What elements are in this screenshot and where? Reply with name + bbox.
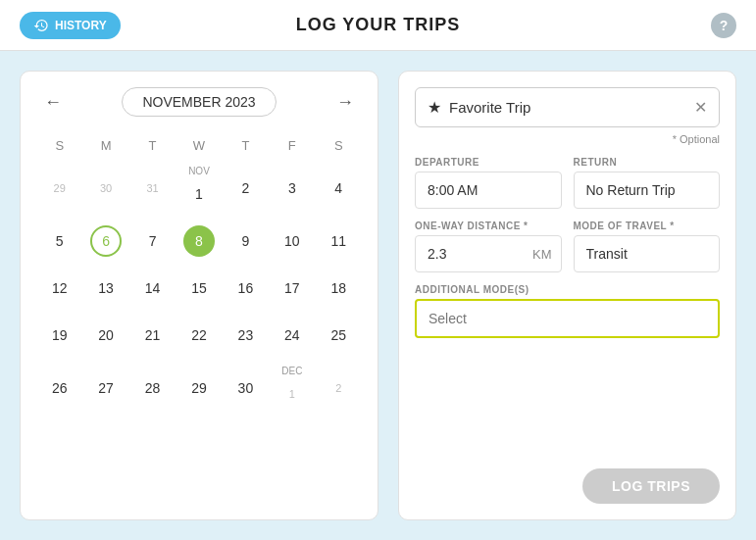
calendar-day[interactable]: NOV1 xyxy=(176,159,222,218)
calendar-day[interactable]: 14 xyxy=(129,265,176,312)
calendar-day[interactable]: 31 xyxy=(129,159,176,218)
calendar-day[interactable]: 13 xyxy=(82,265,128,312)
favorite-trip-left: ★ Favorite Trip xyxy=(428,98,530,117)
calendar-day[interactable]: 6 xyxy=(82,218,128,265)
day-number: 5 xyxy=(56,233,64,249)
distance-mode-row: ONE-WAY DISTANCE * KM MODE OF TRAVEL * xyxy=(415,221,720,272)
mode-input[interactable] xyxy=(574,235,721,272)
day-number: 14 xyxy=(145,280,161,296)
calendar-day[interactable]: 29 xyxy=(36,159,82,218)
day-of-week-header: T xyxy=(129,132,176,159)
day-number: 20 xyxy=(98,327,114,343)
day-number: 12 xyxy=(52,280,68,296)
calendar-day[interactable]: 29 xyxy=(176,359,222,417)
departure-input[interactable] xyxy=(415,172,562,209)
prev-month-button[interactable]: ← xyxy=(36,88,70,117)
next-month-button[interactable]: → xyxy=(328,88,362,117)
month-prefix: DEC xyxy=(273,367,311,376)
calendar-day[interactable]: 23 xyxy=(223,312,269,359)
day-number: 3 xyxy=(288,180,296,196)
calendar-day[interactable]: 2 xyxy=(316,359,362,417)
calendar-grid: SMTWTFS 293031NOV12345678910111213141516… xyxy=(36,132,362,417)
log-trips-button[interactable]: LOG TRIPS xyxy=(582,468,720,504)
day-number: 18 xyxy=(330,280,346,296)
calendar-day[interactable]: 28 xyxy=(129,359,176,417)
day-number: 27 xyxy=(98,380,114,396)
distance-unit: KM xyxy=(532,247,552,262)
day-number: 2 xyxy=(335,382,341,394)
additional-modes-input[interactable] xyxy=(415,299,720,338)
day-number: 17 xyxy=(284,280,300,296)
calendar-day[interactable]: 3 xyxy=(269,159,315,218)
day-number: 10 xyxy=(284,233,300,249)
departure-return-row: DEPARTURE RETURN xyxy=(415,157,720,209)
day-of-week-header: F xyxy=(269,132,315,159)
day-number: 22 xyxy=(191,327,207,343)
favorite-trip-bar: ★ Favorite Trip ✕ xyxy=(415,87,720,127)
calendar-day[interactable]: 11 xyxy=(316,218,362,265)
day-number: 13 xyxy=(98,280,114,296)
page-title: LOG YOUR TRIPS xyxy=(296,15,461,35)
calendar-day[interactable]: 22 xyxy=(176,312,222,359)
calendar-day[interactable]: 9 xyxy=(223,218,269,265)
distance-label: ONE-WAY DISTANCE * xyxy=(415,221,562,231)
calendar-day[interactable]: 12 xyxy=(36,265,82,312)
day-number: 25 xyxy=(330,327,346,343)
calendar-nav: ← NOVEMBER 2023 → xyxy=(36,87,362,117)
header: HISTORY LOG YOUR TRIPS ? xyxy=(0,0,756,51)
day-number: 16 xyxy=(238,280,254,296)
history-icon xyxy=(33,18,49,33)
day-number: 1 xyxy=(195,186,203,202)
calendar-day[interactable]: 2 xyxy=(223,159,269,218)
departure-group: DEPARTURE xyxy=(415,157,562,209)
calendar-day[interactable]: 17 xyxy=(269,265,315,312)
calendar-day[interactable]: 4 xyxy=(316,159,362,218)
return-label: RETURN xyxy=(574,157,721,168)
calendar-day[interactable]: 15 xyxy=(176,265,222,312)
calendar-day[interactable]: 21 xyxy=(129,312,176,359)
day-number: 26 xyxy=(52,380,68,396)
calendar-day[interactable]: 7 xyxy=(129,218,176,265)
calendar-day[interactable]: 30 xyxy=(82,159,128,218)
calendar-day[interactable]: 27 xyxy=(82,359,128,417)
day-number: 23 xyxy=(238,327,254,343)
favorite-trip-label: Favorite Trip xyxy=(449,99,530,116)
day-number: 7 xyxy=(149,233,157,249)
return-input[interactable] xyxy=(574,172,721,209)
calendar-day[interactable]: 24 xyxy=(269,312,315,359)
calendar-day[interactable]: 25 xyxy=(316,312,362,359)
history-button[interactable]: HISTORY xyxy=(20,12,121,39)
day-number: 29 xyxy=(191,380,207,396)
day-number: 19 xyxy=(52,327,68,343)
optional-label: * Optional xyxy=(415,133,720,145)
day-number: 8 xyxy=(195,233,203,249)
history-label: HISTORY xyxy=(55,19,107,32)
calendar-day[interactable]: 26 xyxy=(36,359,82,417)
calendar-day[interactable]: 19 xyxy=(36,312,82,359)
day-number: 6 xyxy=(102,233,110,249)
day-number: 30 xyxy=(100,182,112,194)
day-number: 1 xyxy=(289,388,295,400)
day-number: 9 xyxy=(241,233,249,249)
calendar-day[interactable]: 18 xyxy=(316,265,362,312)
calendar-day[interactable]: 5 xyxy=(36,218,82,265)
mode-label: MODE OF TRAVEL * xyxy=(574,221,721,231)
calendar-day[interactable]: 10 xyxy=(269,218,315,265)
distance-input-wrap: KM xyxy=(415,235,562,272)
help-button[interactable]: ? xyxy=(711,13,736,38)
calendar-day[interactable]: 30 xyxy=(223,359,269,417)
day-number: 2 xyxy=(241,180,249,196)
day-of-week-header: T xyxy=(223,132,269,159)
return-group: RETURN xyxy=(574,157,721,209)
month-label: NOVEMBER 2023 xyxy=(122,87,276,117)
close-icon[interactable]: ✕ xyxy=(694,98,707,117)
calendar-day[interactable]: 16 xyxy=(223,265,269,312)
day-of-week-header: W xyxy=(176,132,222,159)
day-number: 24 xyxy=(284,327,300,343)
day-of-week-header: S xyxy=(316,132,362,159)
calendar-day[interactable]: DEC1 xyxy=(269,359,315,417)
calendar-section: ← NOVEMBER 2023 → SMTWTFS 293031NOV12345… xyxy=(20,71,378,520)
calendar-day[interactable]: 20 xyxy=(82,312,128,359)
calendar-day[interactable]: 8 xyxy=(176,218,222,265)
form-section: ★ Favorite Trip ✕ * Optional DEPARTURE R… xyxy=(398,71,736,520)
